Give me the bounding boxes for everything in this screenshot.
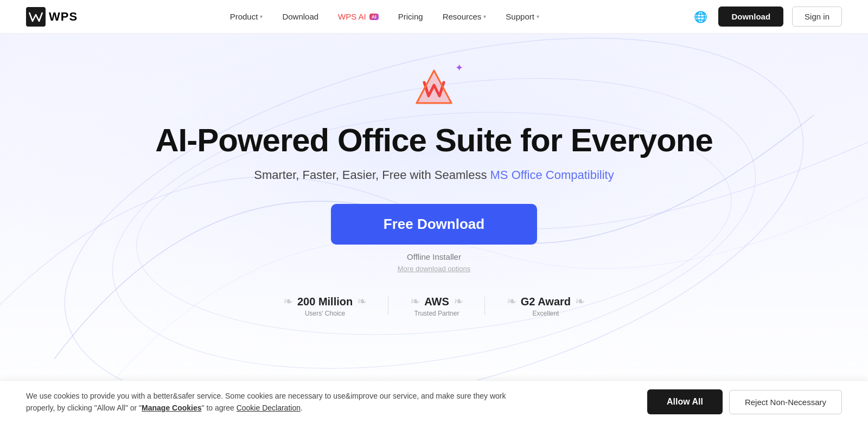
hero-logo-wrapper: ✦ (412, 66, 456, 112)
wreath-left-icon: ❧ (507, 294, 516, 309)
navbar-right: 🌐 Download Sign in (691, 7, 842, 27)
svg-marker-8 (417, 70, 451, 103)
chevron-down-icon: ▾ (483, 14, 486, 20)
hero-wps-icon (412, 66, 456, 110)
more-download-link[interactable]: More download options (0, 265, 868, 273)
reject-button[interactable]: Reject Non-Necessary (729, 390, 842, 414)
language-selector[interactable]: 🌐 (691, 8, 710, 26)
award-g2: ❧ G2 Award ❧ Excellent (485, 294, 607, 317)
hero-subtitle-highlight: MS Office Compatibility (490, 168, 614, 182)
logo[interactable]: WPS (26, 7, 78, 27)
award-wreath-2: ❧ AWS ❧ (410, 294, 463, 309)
chevron-down-icon: ▾ (537, 14, 539, 20)
wreath-right-icon: ❧ (454, 294, 463, 309)
hero-title: AI-Powered Office Suite for Everyone (0, 123, 868, 158)
award-sub-2: Trusted Partner (414, 310, 459, 317)
awards-section: ❧ 200 Million ❧ Users' Choice ❧ AWS ❧ Tr… (0, 294, 868, 317)
free-download-button[interactable]: Free Download (331, 204, 537, 245)
offline-installer-text: Offline Installer (0, 252, 868, 261)
nav-item-resources[interactable]: Resources ▾ (443, 12, 487, 21)
nav-item-pricing[interactable]: Pricing (398, 12, 423, 21)
award-wreath-3: ❧ G2 Award ❧ (507, 294, 585, 309)
manage-cookies-link[interactable]: Manage Cookies (142, 403, 201, 412)
allow-all-button[interactable]: Allow All (647, 389, 723, 413)
nav-download-button[interactable]: Download (718, 7, 783, 27)
nav-item-product[interactable]: Product ▾ (230, 12, 263, 21)
nav-item-download[interactable]: Download (282, 12, 318, 21)
logo-text: WPS (49, 10, 78, 24)
award-200-million: ❧ 200 Million ❧ Users' Choice (261, 294, 388, 317)
award-title-3: G2 Award (521, 296, 571, 308)
cookie-actions: Allow All Reject Non-Necessary (647, 389, 842, 413)
ai-badge: AI (369, 14, 379, 20)
hero-subtitle: Smarter, Faster, Easier, Free with Seaml… (0, 168, 868, 182)
award-wreath-1: ❧ 200 Million ❧ (283, 294, 367, 309)
signin-button[interactable]: Sign in (792, 7, 842, 27)
wps-logo-icon (26, 7, 46, 27)
wreath-left-icon: ❧ (283, 294, 293, 309)
nav-item-support[interactable]: Support ▾ (506, 12, 539, 21)
main-nav: Product ▾ Download WPS AI AI Pricing Res… (230, 12, 539, 21)
award-title-1: 200 Million (297, 296, 353, 308)
hero-section: ✦ AI-Powered Office Suite for Everyone S… (0, 34, 868, 413)
cookie-banner: We use cookies to provide you with a bet… (0, 380, 868, 413)
wreath-left-icon: ❧ (410, 294, 420, 309)
hero-subtitle-plain: Smarter, Faster, Easier, Free with Seaml… (254, 168, 490, 182)
award-aws: ❧ AWS ❧ Trusted Partner (388, 294, 485, 317)
chevron-down-icon: ▾ (260, 14, 263, 20)
wreath-right-icon: ❧ (575, 294, 585, 309)
cookie-declaration-link[interactable]: Cookie Declaration (237, 403, 301, 412)
cookie-text: We use cookies to provide you with a bet… (26, 390, 514, 413)
award-title-2: AWS (424, 296, 449, 308)
award-sub-1: Users' Choice (305, 310, 345, 317)
nav-item-wps-ai[interactable]: WPS AI AI (338, 12, 379, 21)
wreath-right-icon: ❧ (357, 294, 367, 309)
navbar: WPS Product ▾ Download WPS AI AI Pricing… (0, 0, 868, 34)
star-icon: ✦ (455, 62, 463, 74)
award-sub-3: Excellent (533, 310, 559, 317)
svg-rect-0 (26, 7, 46, 27)
hero-content: ✦ AI-Powered Office Suite for Everyone S… (0, 66, 868, 317)
